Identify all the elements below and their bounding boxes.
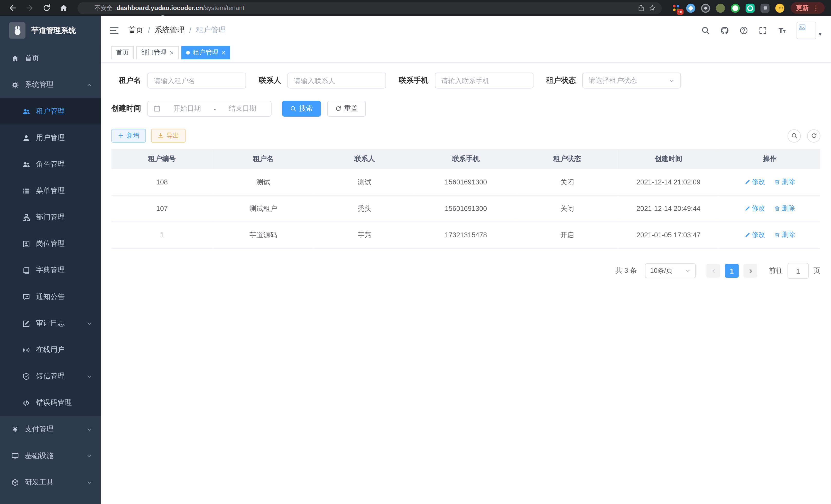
tenant-name-input[interactable]	[147, 73, 246, 89]
breadcrumb-item[interactable]: 首页	[128, 25, 143, 35]
cell-phone: 17321315478	[415, 222, 516, 248]
browser-menu-icon[interactable]: ⋮	[812, 5, 820, 11]
extension-icon-1[interactable]: 10	[671, 3, 681, 12]
sidebar-item-label: 用户管理	[36, 133, 64, 143]
sidebar-item-menu[interactable]: 菜单管理	[0, 178, 101, 204]
back-icon[interactable]	[8, 4, 17, 12]
create-time-label: 创建时间	[111, 104, 141, 113]
app-title: 芋道管理系统	[31, 26, 76, 35]
navbar-actions: ▾	[701, 22, 822, 39]
extension-icon-5[interactable]	[731, 3, 740, 12]
sidebar-item-role[interactable]: 角色管理	[0, 151, 101, 178]
help-icon[interactable]	[739, 26, 748, 35]
log-icon	[22, 319, 30, 327]
github-icon[interactable]	[720, 26, 729, 35]
extension-icon-4[interactable]	[716, 3, 725, 12]
reload-icon[interactable]	[42, 4, 51, 12]
fullscreen-icon[interactable]	[758, 26, 767, 35]
sidebar-item-post[interactable]: 岗位管理	[0, 230, 101, 257]
security-warning-icon[interactable]	[83, 4, 91, 12]
sidebar-item-label: 短信管理	[36, 372, 64, 381]
search-icon	[791, 132, 797, 139]
sidebar-item-audit-log[interactable]: 审计日志	[0, 310, 101, 336]
pencil-icon	[744, 179, 750, 185]
tab-dept[interactable]: 部门管理 ×	[136, 46, 178, 59]
sidebar-item-error-code[interactable]: 错误码管理	[0, 389, 101, 416]
browser-nav-buttons	[4, 4, 72, 12]
user-avatar[interactable]: ▾	[797, 22, 822, 39]
sidebar-item-home[interactable]: 首页	[0, 45, 101, 71]
sidebar-item-label: 角色管理	[36, 159, 64, 169]
search-icon[interactable]	[701, 26, 710, 35]
extension-icon-8[interactable]	[775, 3, 784, 12]
address-bar[interactable]: 不安全 dashboard.yudao.iocoder.cn/system/te…	[77, 2, 662, 14]
forward-icon[interactable]	[25, 4, 34, 12]
page-number-button[interactable]: 1	[725, 264, 739, 278]
trash-icon	[774, 206, 780, 211]
next-page-button[interactable]	[743, 264, 757, 278]
toggle-search-button[interactable]	[787, 129, 801, 142]
sidebar-item-dict[interactable]: 字典管理	[0, 257, 101, 284]
browser-home-icon[interactable]	[59, 4, 68, 12]
export-button[interactable]: 导出	[151, 129, 185, 143]
refresh-table-button[interactable]	[807, 129, 821, 142]
search-button[interactable]: 搜索	[282, 101, 321, 117]
cell-created: 2021-01-05 17:03:47	[618, 222, 719, 248]
delete-link[interactable]: 删除	[774, 230, 795, 239]
goto-page-input[interactable]	[787, 263, 809, 279]
chevron-up-icon	[86, 82, 92, 88]
font-size-icon[interactable]	[777, 26, 786, 35]
breadcrumb-item[interactable]: 系统管理	[155, 25, 184, 35]
edit-link[interactable]: 修改	[744, 178, 765, 186]
message-icon	[22, 293, 30, 301]
share-icon[interactable]	[637, 4, 645, 12]
sidebar-item-pay[interactable]: ¥ 支付管理	[0, 416, 101, 443]
browser-update-button[interactable]: 更新 ⋮	[791, 2, 825, 13]
tab-home[interactable]: 首页	[111, 46, 134, 59]
extension-icon-7[interactable]	[760, 3, 769, 12]
users-icon	[22, 160, 30, 168]
book-icon	[22, 266, 30, 274]
sidebar-item-tenant[interactable]: 租户管理	[0, 98, 101, 125]
sidebar-item-devtools[interactable]: 研发工具	[0, 469, 101, 496]
sidebar-item-notice[interactable]: 通知公告	[0, 284, 101, 310]
filter-row-1: 租户名 联系人 联系手机 租户状态 请选择租户状态	[111, 73, 820, 89]
sidebar-item-infra[interactable]: 基础设施	[0, 443, 101, 469]
url-path: /system/tenant	[203, 4, 245, 12]
users-icon	[22, 108, 30, 115]
contact-input[interactable]	[288, 73, 386, 89]
edit-link[interactable]: 修改	[744, 204, 765, 213]
end-date-placeholder: 结束日期	[219, 104, 266, 113]
contact-label: 联系人	[259, 76, 281, 85]
sidebar-toggle-icon[interactable]	[109, 25, 119, 35]
close-icon[interactable]: ×	[222, 49, 226, 56]
delete-link[interactable]: 删除	[774, 178, 795, 186]
reset-button[interactable]: 重置	[327, 101, 366, 117]
phone-input[interactable]	[435, 73, 534, 89]
delete-link[interactable]: 删除	[774, 204, 795, 213]
sidebar-item-online-users[interactable]: 在线用户	[0, 336, 101, 363]
sidebar-item-sms[interactable]: 短信管理	[0, 363, 101, 389]
add-button[interactable]: 新增	[111, 129, 146, 143]
close-icon[interactable]: ×	[170, 49, 174, 56]
tab-tenant[interactable]: 租户管理 ×	[181, 46, 230, 59]
plus-icon	[118, 132, 124, 139]
extension-icon-2[interactable]	[686, 3, 695, 12]
sidebar-item-user[interactable]: 用户管理	[0, 125, 101, 151]
page-size-select[interactable]: 10条/页	[645, 263, 696, 278]
edit-link[interactable]: 修改	[744, 230, 765, 239]
status-select[interactable]: 请选择租户状态	[582, 73, 681, 89]
bookmark-star-icon[interactable]	[649, 4, 656, 12]
yen-icon: ¥	[11, 425, 19, 434]
sidebar-item-label: 审计日志	[36, 319, 64, 328]
user-icon	[22, 134, 30, 142]
sidebar-item-system[interactable]: 系统管理	[0, 72, 101, 98]
sidebar-item-dept[interactable]: 部门管理	[0, 204, 101, 230]
extension-icon-3[interactable]	[701, 3, 710, 12]
sidebar-item-label: 系统管理	[25, 80, 53, 90]
prev-page-button[interactable]	[706, 264, 720, 278]
chevron-left-icon	[710, 268, 716, 274]
create-time-range-picker[interactable]: 开始日期 - 结束日期	[147, 101, 271, 117]
extension-icon-6[interactable]	[746, 3, 755, 12]
gear-icon	[11, 81, 19, 89]
